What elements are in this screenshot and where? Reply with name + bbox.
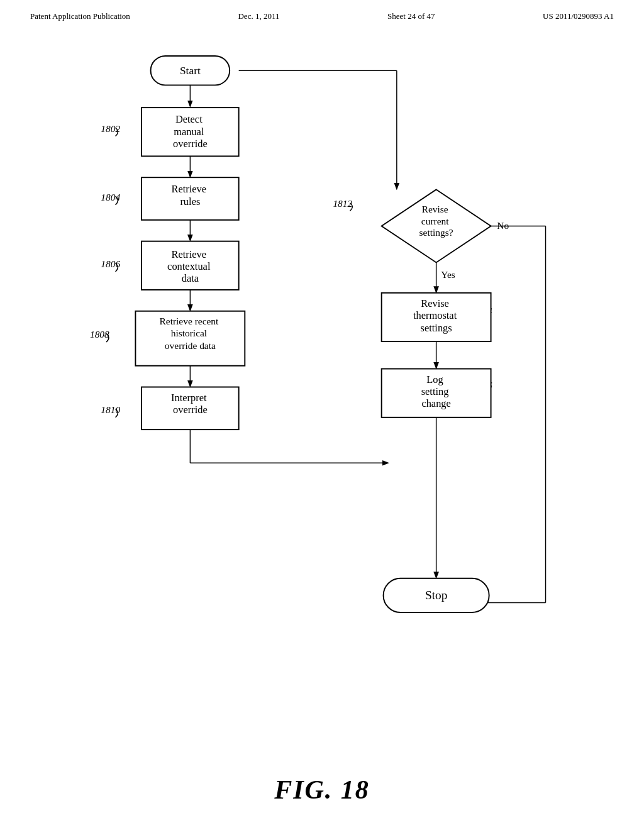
stop-label: Stop bbox=[425, 589, 447, 602]
node-1812-label: Revise current settings? bbox=[419, 204, 453, 238]
diagram-area: Start 1802 Detect manual override 1804 R… bbox=[0, 38, 644, 755]
figure-caption: FIG. 18 bbox=[0, 775, 644, 805]
header-patent: US 2011/0290893 A1 bbox=[543, 11, 614, 21]
page-header: Patent Application Publication Dec. 1, 2… bbox=[0, 0, 644, 21]
header-publication: Patent Application Publication bbox=[30, 11, 130, 21]
start-label: Start bbox=[180, 65, 201, 77]
node-1802-label: Detect manual override bbox=[173, 113, 208, 150]
yes-label: Yes bbox=[441, 269, 455, 280]
header-date: Dec. 1, 2011 bbox=[238, 11, 279, 21]
header-sheet: Sheet 24 of 47 bbox=[387, 11, 435, 21]
flowchart-svg: Start 1802 Detect manual override 1804 R… bbox=[0, 38, 644, 755]
ref-1812: 1812 bbox=[333, 198, 352, 209]
node-1810-label: Interpret override bbox=[171, 392, 209, 416]
